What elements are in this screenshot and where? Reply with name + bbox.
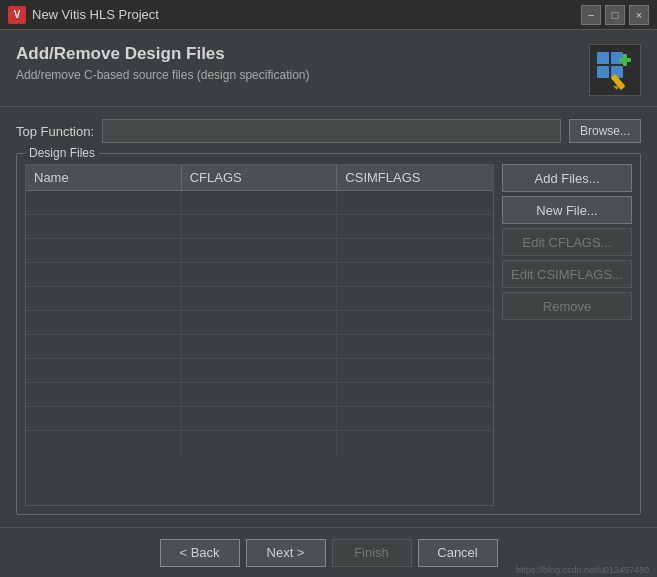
cell-name-4 — [26, 287, 182, 310]
cell-cflags-1 — [182, 215, 338, 238]
content-area: Top Function: Browse... Design Files Nam… — [0, 107, 657, 527]
title-controls: − □ × — [581, 5, 649, 25]
table-row[interactable] — [26, 407, 493, 431]
page-subtitle: Add/remove C-based source files (design … — [16, 68, 579, 82]
cell-name-2 — [26, 239, 182, 262]
cell-cflags-6 — [182, 335, 338, 358]
page-title: Add/Remove Design Files — [16, 44, 579, 64]
column-name: Name — [26, 165, 182, 190]
watermark: https://blog.csdn.net/u012457480 — [516, 565, 649, 575]
edit-cflags-button[interactable]: Edit CFLAGS... — [502, 228, 632, 256]
cell-name-8 — [26, 383, 182, 406]
svg-marker-7 — [613, 86, 619, 90]
svg-rect-0 — [597, 52, 609, 64]
next-button[interactable]: Next > — [246, 539, 326, 567]
svg-rect-5 — [619, 58, 631, 62]
cell-cflags-3 — [182, 263, 338, 286]
cell-cflags-10 — [182, 431, 338, 455]
table-row[interactable] — [26, 239, 493, 263]
cell-csimflags-4 — [337, 287, 493, 310]
cell-csimflags-1 — [337, 215, 493, 238]
title-bar: V New Vitis HLS Project − □ × — [0, 0, 657, 30]
header-icon — [589, 44, 641, 96]
cell-cflags-5 — [182, 311, 338, 334]
cell-csimflags-3 — [337, 263, 493, 286]
cell-csimflags-5 — [337, 311, 493, 334]
table-body — [26, 191, 493, 455]
side-buttons: Add Files... New File... Edit CFLAGS... … — [502, 164, 632, 506]
top-function-row: Top Function: Browse... — [16, 119, 641, 143]
cell-name-7 — [26, 359, 182, 382]
design-files-inner: Name CFLAGS CSIMFLAGS — [25, 164, 632, 506]
minimize-button[interactable]: − — [581, 5, 601, 25]
cell-cflags-7 — [182, 359, 338, 382]
table-header: Name CFLAGS CSIMFLAGS — [26, 165, 493, 191]
table-row[interactable] — [26, 335, 493, 359]
table-row[interactable] — [26, 263, 493, 287]
table-row[interactable] — [26, 359, 493, 383]
cell-name-1 — [26, 215, 182, 238]
close-button[interactable]: × — [629, 5, 649, 25]
cell-name-6 — [26, 335, 182, 358]
top-function-label: Top Function: — [16, 124, 94, 139]
cell-csimflags-0 — [337, 191, 493, 214]
table-row[interactable] — [26, 191, 493, 215]
maximize-button[interactable]: □ — [605, 5, 625, 25]
window-title: New Vitis HLS Project — [32, 7, 159, 22]
cell-csimflags-6 — [337, 335, 493, 358]
app-logo: V — [8, 6, 26, 24]
table-row[interactable] — [26, 287, 493, 311]
cell-cflags-0 — [182, 191, 338, 214]
design-files-group: Design Files Name CFLAGS CSIMFLAGS — [16, 153, 641, 515]
cell-csimflags-8 — [337, 383, 493, 406]
design-files-table: Name CFLAGS CSIMFLAGS — [25, 164, 494, 506]
footer: < Back Next > Finish Cancel https://blog… — [0, 527, 657, 577]
table-row[interactable] — [26, 383, 493, 407]
table-row[interactable] — [26, 431, 493, 455]
design-files-legend: Design Files — [25, 146, 99, 160]
main-container: Add/Remove Design Files Add/remove C-bas… — [0, 30, 657, 577]
new-file-button[interactable]: New File... — [502, 196, 632, 224]
svg-rect-2 — [597, 66, 609, 78]
browse-button[interactable]: Browse... — [569, 119, 641, 143]
cell-name-3 — [26, 263, 182, 286]
header-text: Add/Remove Design Files Add/remove C-bas… — [16, 44, 579, 82]
edit-csimflags-button[interactable]: Edit CSIMFLAGS... — [502, 260, 632, 288]
cell-cflags-8 — [182, 383, 338, 406]
top-function-input[interactable] — [102, 119, 561, 143]
cell-name-9 — [26, 407, 182, 430]
remove-button[interactable]: Remove — [502, 292, 632, 320]
project-icon-svg — [593, 48, 637, 92]
cell-cflags-9 — [182, 407, 338, 430]
back-button[interactable]: < Back — [160, 539, 240, 567]
title-bar-left: V New Vitis HLS Project — [8, 6, 159, 24]
header: Add/Remove Design Files Add/remove C-bas… — [0, 30, 657, 107]
table-row[interactable] — [26, 311, 493, 335]
finish-button[interactable]: Finish — [332, 539, 412, 567]
cell-name-10 — [26, 431, 182, 455]
cell-name-5 — [26, 311, 182, 334]
cell-csimflags-7 — [337, 359, 493, 382]
cell-cflags-4 — [182, 287, 338, 310]
cell-csimflags-2 — [337, 239, 493, 262]
cell-name-0 — [26, 191, 182, 214]
table-row[interactable] — [26, 215, 493, 239]
cell-csimflags-9 — [337, 407, 493, 430]
add-files-button[interactable]: Add Files... — [502, 164, 632, 192]
column-cflags: CFLAGS — [182, 165, 338, 190]
column-csimflags: CSIMFLAGS — [337, 165, 493, 190]
cancel-button[interactable]: Cancel — [418, 539, 498, 567]
cell-csimflags-10 — [337, 431, 493, 455]
cell-cflags-2 — [182, 239, 338, 262]
